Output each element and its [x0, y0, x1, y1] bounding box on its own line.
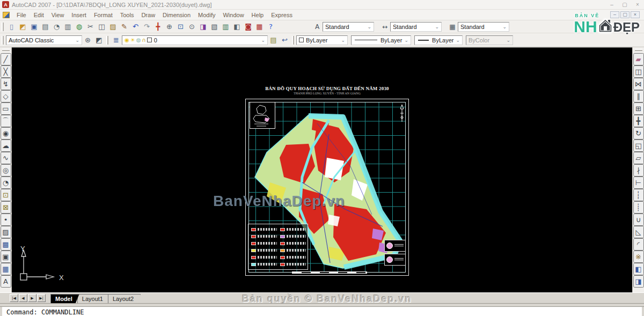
menu-item[interactable]: Window: [219, 11, 247, 19]
copy-object-button[interactable]: ◫: [633, 65, 644, 78]
lineweight-combo[interactable]: ByLayer ⌄: [414, 35, 463, 45]
stretch-button[interactable]: ▱: [633, 152, 644, 164]
insert-block-button[interactable]: ⊡: [1, 189, 11, 201]
ellipse-arc-button[interactable]: ◔: [1, 177, 11, 189]
trim-button[interactable]: ∤: [633, 164, 644, 177]
layer-states-manager-button[interactable]: ▤: [268, 35, 279, 46]
gradient-button[interactable]: ▩: [1, 238, 11, 251]
toolbar-grip[interactable]: [635, 49, 642, 51]
menu-item[interactable]: Tools: [116, 11, 138, 19]
command-splitter[interactable]: [0, 303, 644, 307]
layer-properties-manager-button[interactable]: ≣: [111, 35, 122, 46]
rectangle-button[interactable]: ▭: [1, 102, 11, 115]
mirror-button[interactable]: ⋈: [633, 78, 644, 90]
arc-button[interactable]: ⌒: [1, 115, 11, 127]
next-tab-nav-button[interactable]: ▶: [28, 294, 36, 302]
publish-button[interactable]: ▥: [62, 21, 74, 32]
ellipse-button[interactable]: ◎: [1, 164, 11, 177]
new-button[interactable]: ▯: [6, 21, 17, 32]
menu-item[interactable]: Help: [248, 11, 268, 19]
zoom-window-button[interactable]: ⊡: [175, 21, 186, 32]
tab-layout2[interactable]: Layout2: [108, 294, 141, 303]
zoom-previous-button[interactable]: ⊙: [186, 21, 197, 32]
3d-dwf-button[interactable]: ◍: [74, 21, 85, 32]
make-block-button[interactable]: ⊠: [1, 201, 11, 214]
undo-button[interactable]: ↶: [130, 21, 141, 32]
revcloud-button[interactable]: ☁: [1, 139, 11, 152]
offset-button[interactable]: ∥: [633, 90, 644, 102]
erase-button[interactable]: ▰: [633, 53, 644, 65]
close-button[interactable]: ×: [631, 1, 644, 9]
zoom-realtime-button[interactable]: ⊕: [164, 21, 175, 32]
line-button[interactable]: ╱: [1, 53, 11, 65]
draworder-front-button[interactable]: ◧: [633, 263, 644, 275]
move-button[interactable]: ╋: [633, 115, 644, 127]
break-button[interactable]: ┊: [633, 201, 644, 214]
workspace-settings-button[interactable]: ⊛: [82, 35, 93, 46]
tool-palettes-button[interactable]: ▥: [220, 21, 231, 32]
menu-item[interactable]: Express: [267, 11, 296, 19]
text-style-combo[interactable]: Standard ⌄: [323, 22, 374, 32]
draworder-back-button[interactable]: ◨: [633, 275, 644, 288]
construction-line-button[interactable]: ╳: [1, 65, 11, 78]
menu-item[interactable]: Edit: [30, 11, 48, 19]
menu-item[interactable]: File: [13, 11, 30, 19]
model-space-canvas[interactable]: BẢN ĐỒ QUY HOẠCH SỬ DỤNG ĐẤT ĐẾN NĂM 203…: [12, 47, 632, 292]
menu-item[interactable]: View: [48, 11, 68, 19]
tab-layout1[interactable]: Layout1: [77, 294, 110, 303]
polygon-button[interactable]: ◇: [1, 90, 11, 102]
break-at-point-button[interactable]: ┆: [633, 189, 644, 201]
copy-button[interactable]: ◫: [96, 21, 107, 32]
linetype-combo[interactable]: ByLayer ⌄: [351, 35, 411, 45]
help-button[interactable]: ?: [265, 21, 276, 32]
hatch-button[interactable]: ▨: [1, 226, 11, 238]
match-properties-button[interactable]: ✎: [119, 21, 130, 32]
fillet-button[interactable]: ◜: [633, 238, 644, 251]
redo-button[interactable]: ↷: [141, 21, 152, 32]
region-button[interactable]: ▣: [1, 251, 11, 263]
rotate-button[interactable]: ↻: [633, 127, 644, 139]
tab-model[interactable]: Model: [50, 294, 79, 303]
workspace-combo[interactable]: AutoCAD Classic ⌄: [6, 35, 82, 45]
save-button[interactable]: ▣: [28, 21, 40, 32]
layer-combo[interactable]: ◉☀◍∩ 0 ⌄: [122, 35, 268, 45]
toolbar-grip[interactable]: [106, 36, 108, 45]
restore-button[interactable]: ▢: [618, 1, 631, 9]
minimize-button[interactable]: –: [605, 1, 618, 9]
dim-style-combo[interactable]: Standard ⌄: [390, 22, 442, 32]
open-button[interactable]: ◩: [17, 21, 28, 32]
toolbar-grip[interactable]: [2, 36, 4, 45]
join-button[interactable]: ∪: [633, 214, 644, 226]
mtext-button[interactable]: A: [1, 275, 11, 288]
table-button[interactable]: ▦: [1, 263, 11, 275]
sheetset-manager-button[interactable]: ◧: [231, 21, 243, 32]
designcenter-button[interactable]: ▧: [209, 21, 220, 32]
array-button[interactable]: ⊞: [633, 102, 644, 115]
scale-button[interactable]: ◱: [633, 139, 644, 152]
command-line[interactable]: Command: COMMANDLINE: [0, 307, 644, 316]
cut-button[interactable]: ✂: [85, 21, 96, 32]
prev-tab-nav-button[interactable]: ◀: [19, 294, 27, 302]
extend-button[interactable]: ⊢: [633, 177, 644, 189]
chamfer-button[interactable]: ◺: [633, 226, 644, 238]
paste-button[interactable]: ▨: [107, 21, 119, 32]
last-tab-nav-button[interactable]: ▶|: [37, 294, 46, 302]
menu-item[interactable]: Modify: [194, 11, 219, 19]
pan-button[interactable]: ╋: [152, 21, 164, 32]
layer-previous-button[interactable]: ↩: [279, 35, 290, 46]
first-tab-nav-button[interactable]: |◀: [10, 294, 18, 302]
toolbar-grip[interactable]: [292, 36, 294, 45]
color-combo[interactable]: ByLayer ⌄: [296, 35, 348, 45]
menu-item[interactable]: Format: [90, 11, 116, 19]
spline-button[interactable]: ∿: [1, 152, 11, 164]
menu-item[interactable]: Insert: [68, 11, 90, 19]
circle-button[interactable]: ◉: [1, 127, 11, 139]
workspace-save-button[interactable]: ◩: [93, 35, 105, 46]
polyline-button[interactable]: ↯: [1, 78, 11, 90]
properties-button[interactable]: ◨: [197, 21, 209, 32]
quickcalc-button[interactable]: ▦: [254, 21, 265, 32]
menu-item[interactable]: Draw: [137, 11, 159, 19]
menu-item[interactable]: Dimension: [159, 11, 194, 19]
markup-button[interactable]: ◙: [243, 21, 254, 32]
table-style-combo[interactable]: Standard ⌄: [458, 22, 509, 32]
